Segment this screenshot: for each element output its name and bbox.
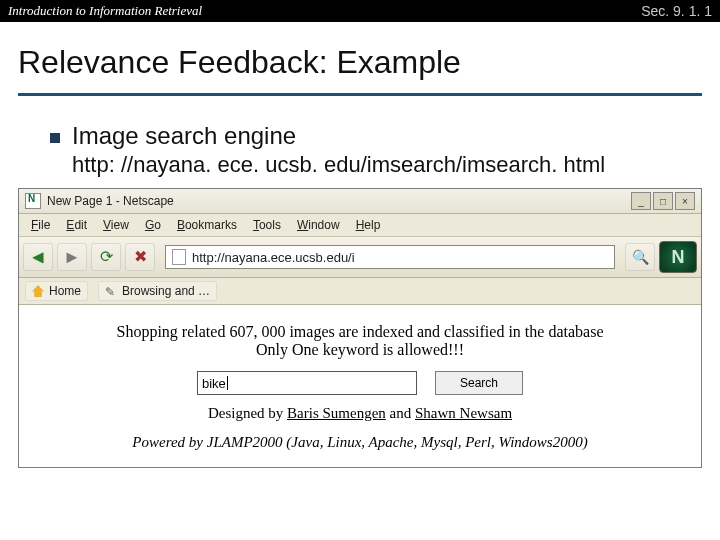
search-input-value: bike <box>202 376 226 391</box>
back-arrow-icon: ◄ <box>29 248 47 266</box>
netscape-page-icon <box>25 193 41 209</box>
reload-button[interactable]: ⟳ <box>91 243 121 271</box>
title-underline <box>18 93 702 96</box>
bullet-sub-url: http: //nayana. ece. ucsb. edu/imsearch/… <box>72 152 670 178</box>
menu-go[interactable]: Go <box>137 216 169 234</box>
section-number: Sec. 9. 1. 1 <box>641 3 712 19</box>
menu-tools[interactable]: Tools <box>245 216 289 234</box>
page-line-1: Shopping related 607, 000 images are ind… <box>29 323 691 341</box>
bookmark-home-label: Home <box>49 284 81 298</box>
menu-window[interactable]: Window <box>289 216 348 234</box>
menu-edit[interactable]: Edit <box>58 216 95 234</box>
menu-file[interactable]: File <box>23 216 58 234</box>
browser-titlebar: New Page 1 - Netscape _ □ × <box>19 189 701 214</box>
search-input[interactable]: bike <box>197 371 417 395</box>
stop-button[interactable]: ✖ <box>125 243 155 271</box>
browser-window: New Page 1 - Netscape _ □ × File Edit Vi… <box>18 188 702 468</box>
slide-header: Introduction to Information Retrieval Se… <box>0 0 720 22</box>
slide-content: Image search engine http: //nayana. ece.… <box>0 122 720 178</box>
menu-help[interactable]: Help <box>348 216 389 234</box>
bookmark-home[interactable]: Home <box>25 281 88 301</box>
forward-arrow-icon: ► <box>63 248 81 266</box>
powered-by: Powered by JLAMP2000 (Java, Linux, Apach… <box>29 434 691 451</box>
bullet-item: Image search engine <box>50 122 670 150</box>
credit-and: and <box>386 405 415 421</box>
author-1-link[interactable]: Baris Sumengen <box>287 405 386 421</box>
stop-icon: ✖ <box>134 249 147 265</box>
course-title: Introduction to Information Retrieval <box>8 3 202 19</box>
forward-button[interactable]: ► <box>57 243 87 271</box>
reload-icon: ⟳ <box>100 249 113 265</box>
address-bar[interactable]: http://nayana.ece.ucsb.edu/i <box>165 245 615 269</box>
page-content: Shopping related 607, 000 images are ind… <box>19 305 701 467</box>
window-title: New Page 1 - Netscape <box>47 194 174 208</box>
address-text: http://nayana.ece.ucsb.edu/i <box>192 250 355 265</box>
page-icon <box>172 249 186 265</box>
maximize-button[interactable]: □ <box>653 192 673 210</box>
wand-icon <box>105 285 117 297</box>
credit-prefix: Designed by <box>208 405 287 421</box>
minimize-button[interactable]: _ <box>631 192 651 210</box>
author-2-link[interactable]: Shawn Newsam <box>415 405 512 421</box>
menu-view[interactable]: View <box>95 216 137 234</box>
toolbar: ◄ ► ⟳ ✖ http://nayana.ece.ucsb.edu/i 🔍 N <box>19 237 701 278</box>
slide-title: Relevance Feedback: Example <box>0 22 720 93</box>
search-button-label: Search <box>460 376 498 390</box>
window-buttons: _ □ × <box>631 192 695 210</box>
bookmark-browsing-label: Browsing and … <box>122 284 210 298</box>
bullet-square-icon <box>50 133 60 143</box>
menu-bookmarks[interactable]: Bookmarks <box>169 216 245 234</box>
bookmarks-bar: Home Browsing and … <box>19 278 701 305</box>
search-web-button[interactable]: 🔍 <box>625 243 655 271</box>
bookmark-browsing[interactable]: Browsing and … <box>98 281 217 301</box>
menu-bar: File Edit View Go Bookmarks Tools Window… <box>19 214 701 237</box>
close-button[interactable]: × <box>675 192 695 210</box>
search-row: bike Search <box>29 371 691 395</box>
page-line-2: Only One keyword is allowed!!! <box>29 341 691 359</box>
menu-file-rest: ile <box>38 218 50 232</box>
home-icon <box>32 285 44 297</box>
bullet-text: Image search engine <box>72 122 296 150</box>
search-icon: 🔍 <box>632 250 649 264</box>
credit-line: Designed by Baris Sumengen and Shawn New… <box>29 405 691 422</box>
search-button[interactable]: Search <box>435 371 523 395</box>
back-button[interactable]: ◄ <box>23 243 53 271</box>
netscape-logo-icon: N <box>659 241 697 273</box>
text-caret <box>227 376 228 390</box>
